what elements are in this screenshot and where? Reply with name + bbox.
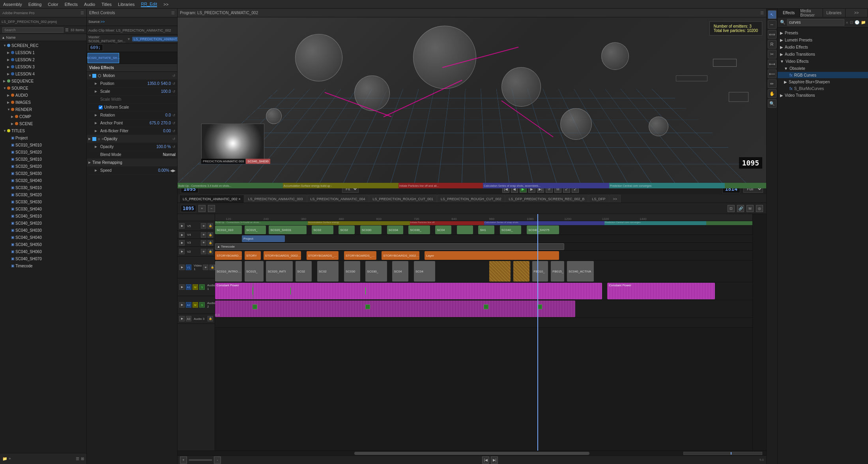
fx-cat-video-effects[interactable]: ▼ Video Effects	[778, 58, 868, 65]
tab-animatic-004[interactable]: LS_PREDICTION_ANIMATIC_004	[307, 195, 369, 203]
clip-v5-sc04b[interactable]	[457, 225, 473, 234]
menu-item-assembly[interactable]: Assembly	[3, 2, 22, 7]
clip-v2-story001[interactable]: STORYBOARDS_001_Layer 2	[344, 251, 376, 260]
tab-rough-001[interactable]: LS_PREDICTION_ROUGH_CUT_001	[369, 195, 437, 203]
tool-rolling[interactable]: ⟺	[768, 30, 776, 39]
project-menu-icon[interactable]: ☰	[80, 11, 84, 15]
fx-cat-presets[interactable]: ▶ Presets	[778, 29, 868, 36]
uniform-scale-checkbox[interactable]	[99, 105, 103, 109]
clip-a1-main[interactable]: Constant Power	[215, 283, 602, 299]
tree-item-render[interactable]: ▼ RENDER	[0, 106, 86, 113]
a3-expand[interactable]: ▶	[179, 316, 185, 321]
tree-item-titles[interactable]: ▼ TITLES	[0, 127, 86, 134]
clip-v1-fb015[interactable]: FB015_	[551, 261, 564, 282]
clip-v4-project[interactable]: Project	[242, 235, 285, 242]
tl-target[interactable]: ◎	[756, 205, 763, 212]
clip-v1-gold1[interactable]	[489, 261, 511, 282]
track-lane-a3[interactable]	[215, 318, 752, 328]
clip-v2-story0002[interactable]: STORYBOARDS_0002_Layer	[382, 251, 419, 260]
clip-v1-sc030a[interactable]: SC030	[344, 261, 360, 282]
tab-dfp[interactable]: LS_DFP	[589, 195, 609, 203]
tree-item-sc030-sh030[interactable]: ▣ SC030_SH030	[0, 198, 86, 205]
tree-item-source[interactable]: ▼ SOURCE	[0, 85, 86, 92]
clip-v2-story003[interactable]: STORYBOARDS_003_Layer 2	[307, 251, 339, 260]
list-icon[interactable]: ☰	[76, 456, 79, 461]
anchor-y[interactable]: 270.0	[161, 121, 171, 125]
fx-cat-audio-transitions[interactable]: ▶ Audio Transitions	[778, 51, 868, 58]
v1-expand[interactable]: ▶	[179, 265, 185, 270]
tree-item-sc030-sh040[interactable]: ▣ SC030_SH040	[0, 205, 86, 212]
tool-slip[interactable]: ⟷	[768, 60, 776, 68]
v5-expand[interactable]: ▶	[179, 223, 185, 229]
track-lane-a2[interactable]: 0.0	[215, 300, 752, 318]
v4-lock[interactable]: 🔒	[208, 232, 213, 238]
clip-v5-sc015[interactable]: SC015_	[245, 225, 266, 234]
tree-item-scene[interactable]: ▶ SCENE	[0, 120, 86, 127]
clip-v2-story[interactable]: STORY	[245, 251, 261, 260]
v3-expand[interactable]: ▶	[179, 240, 185, 246]
folder-icon[interactable]: 📁	[861, 20, 866, 24]
scale-reset[interactable]: ↺	[172, 90, 176, 94]
tree-item-sc020-sh040[interactable]: ▣ SC020_SH040	[0, 177, 86, 184]
clip-v5-sc030[interactable]: SC030	[360, 225, 382, 234]
clear-search-icon[interactable]: ×	[846, 20, 848, 25]
v4-expand[interactable]: ▶	[179, 232, 185, 238]
a1-target[interactable]: A1	[186, 284, 191, 290]
blend-mode-value[interactable]: Normal	[163, 152, 176, 157]
scale-value[interactable]: 100.0	[161, 89, 171, 94]
position-y[interactable]: 540.0	[161, 81, 171, 86]
scroll-thumb[interactable]	[354, 452, 590, 455]
a1-sync[interactable]: M	[193, 284, 198, 290]
fx-item-rgb-curves[interactable]: fx RGB Curves	[778, 72, 868, 78]
track-lane-v3[interactable]: ▲ Timecode	[215, 243, 752, 251]
a2-target[interactable]: A2	[186, 302, 191, 308]
track-lane-v1[interactable]: SC010_INTRO_SC SC015_ SC020_INITI SC02 S…	[215, 261, 752, 282]
tree-item-sc040-sh070[interactable]: ▣ SC040_SH070	[0, 255, 86, 262]
effects-search-input[interactable]	[787, 19, 844, 26]
list-view-icon[interactable]: ☰	[65, 28, 69, 32]
v5-toggle-vis[interactable]: 👁	[201, 223, 206, 229]
fx-item-s-blur[interactable]: fx S_BlurMoCurves	[778, 85, 868, 92]
tl-linked[interactable]: 🔗	[737, 205, 744, 212]
tree-item-sc040-sh030[interactable]: ▣ SC040_SH030	[0, 227, 86, 234]
v2-toggle-vis[interactable]: 👁	[201, 249, 206, 254]
opacity-val-reset[interactable]: ↺	[172, 145, 176, 149]
menu-item-libraries[interactable]: Libraries	[118, 2, 135, 7]
menu-item-color[interactable]: Color	[48, 2, 58, 7]
v2-expand[interactable]: ▶	[179, 249, 185, 254]
clip-v2-storyrads-06[interactable]: STORYBOARDS_06	[215, 251, 242, 260]
a3-lock[interactable]: 🔒	[208, 316, 213, 321]
opacity-reset[interactable]: ↺	[172, 137, 176, 141]
menu-item-audio[interactable]: Audio	[84, 2, 95, 7]
clip-a2-main[interactable]	[215, 301, 575, 317]
tree-item-images[interactable]: ▶ IMAGES	[0, 99, 86, 106]
tool-razor[interactable]: ✂	[768, 50, 776, 58]
menu-item-titles[interactable]: Titles	[101, 2, 112, 7]
motion-group-header[interactable]: ▼ ⬡ Motion ↺	[87, 72, 177, 80]
a2-sync[interactable]: M	[193, 302, 198, 308]
tree-item-comp[interactable]: ▶ COMP	[0, 113, 86, 120]
v1-target[interactable]: V1	[186, 265, 191, 270]
menu-more[interactable]: >>	[163, 2, 168, 7]
tree-item-sc020-sh030[interactable]: ▣ SC020_SH030	[0, 170, 86, 177]
tool-slide[interactable]: ⟵	[768, 70, 776, 78]
speed-kf-prev[interactable]: ◀	[170, 169, 173, 173]
tree-item-sc040-sh060[interactable]: ▣ SC040_SH060	[0, 248, 86, 255]
tab-animatic-002[interactable]: LS_PREDICTION_ANIMATIC_002 ×	[179, 195, 244, 203]
tree-item-sc040-sh020[interactable]: ▣ SC040_SH020	[0, 220, 86, 227]
a2-mute[interactable]: S	[199, 302, 205, 308]
tool-rate[interactable]: R	[768, 40, 776, 49]
tree-item-sc010-sh010[interactable]: ▣ SC010_SH010	[0, 141, 86, 148]
tree-item-screen-rec[interactable]: ▼ SCREEN_REC	[0, 42, 86, 49]
opacity-group-header[interactable]: ▶ ○ ○ Opacity ↺	[87, 135, 177, 143]
clip-v1-sc04f[interactable]: SC04	[414, 261, 435, 282]
tree-item-sc040-sh010[interactable]: ▣ SC040_SH010	[0, 212, 86, 220]
clip-v1-sc04e[interactable]: SC04	[392, 261, 408, 282]
a2-expand[interactable]: ▶	[179, 302, 185, 308]
new-item-icon[interactable]: +	[9, 456, 11, 461]
go-to-in[interactable]: |◀	[482, 456, 489, 464]
clip-v3-timecode[interactable]: ▲ Timecode	[215, 243, 564, 250]
tree-item-lesson4[interactable]: ▶ LESSON 4	[0, 70, 86, 77]
tree-item-sc010-sh020[interactable]: ▣ SC010_SH020	[0, 148, 86, 156]
clip-v1-fb010[interactable]: FB010_	[532, 261, 548, 282]
